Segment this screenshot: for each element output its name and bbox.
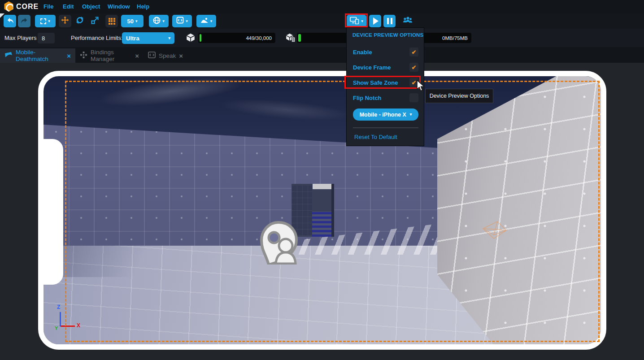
scale-tool-button[interactable] [89,15,100,27]
flip-notch-checkbox[interactable] [409,93,418,102]
axis-z-line [60,312,61,326]
menu-help[interactable]: Help [137,3,149,10]
memory-usage-fill [298,34,301,42]
safe-zone-outline [65,81,600,342]
axis-y-label: Y [55,325,58,331]
close-icon[interactable]: × [179,52,183,60]
tab-label: Bindings Manager [91,49,132,62]
chevron-down-icon: ▾ [168,36,170,40]
reset-to-default-link[interactable]: Reset To Default [354,134,397,140]
marquee-select-icon [40,18,46,24]
chevron-down-icon: ▾ [186,19,188,23]
grid-snap-button[interactable] [105,15,118,27]
script-dropdown[interactable]: ▾ [172,15,192,27]
device-select-value: Mobile - iPhone X [360,112,406,118]
editor-tab-bar: Mobile-Deathmatch × Bindings Manager × S… [0,47,644,63]
close-icon[interactable]: × [67,52,71,60]
device-notch [43,139,63,285]
redo-button[interactable] [18,15,30,27]
title-bar: core File Edit Object Window Help [0,0,644,13]
script-tab-icon [148,52,156,60]
grid-size-dropdown[interactable]: 50 ▾ [121,15,144,27]
core-logo-text: core [16,3,39,11]
performance-limits-value: Ultra [126,35,139,42]
object-count-meter: 449/30,000 [198,33,275,43]
move-icon [61,16,69,26]
object-count-icon [186,33,196,44]
device-preview-button[interactable]: ▾ [347,15,366,27]
device-preview-icon [350,17,359,26]
performance-limits-label: Performance Limits: [71,35,123,41]
play-button[interactable] [369,15,381,27]
tab-bindings-manager[interactable]: Bindings Manager × [75,48,144,63]
multiplayer-preview-icon [402,16,413,26]
tab-speak[interactable]: Speak × [144,48,183,63]
chevron-down-icon: ▾ [410,113,412,117]
menu-edit[interactable]: Edit [63,3,74,10]
undo-button[interactable] [4,15,16,27]
scene-icon [4,52,13,60]
menu-item-device-frame[interactable]: Device Frame [353,64,391,71]
3d-viewport[interactable]: Z X Y [0,63,644,360]
device-frame-checkbox[interactable]: ✔ [409,63,418,72]
object-count-text: 449/30,000 [246,33,272,43]
grid-size-value: 50 [127,18,134,25]
core-logo: core [4,1,39,12]
world-icon [153,17,161,26]
scale-icon [91,17,99,26]
chevron-down-icon: ▾ [210,19,213,23]
chevron-down-icon: ▾ [48,19,50,23]
memory-usage-icon [285,33,296,44]
redo-icon [21,17,28,26]
main-toolbar: ▾ 50 ▾ [0,13,644,29]
menu-file[interactable]: File [44,3,53,10]
menu-separator [353,127,418,128]
tab-label: Mobile-Deathmatch [16,49,64,62]
undo-icon [6,17,14,26]
grid-icon [109,18,115,25]
axis-z-label: Z [57,304,60,310]
tab-mobile-deathmatch[interactable]: Mobile-Deathmatch × [0,48,75,63]
rotate-icon [76,16,84,26]
tooltip: Device Preview Options [425,89,493,103]
menu-object[interactable]: Object [82,3,100,10]
bindings-icon [80,51,87,61]
move-tool-button[interactable] [59,15,71,27]
script-icon [176,17,184,26]
menu-item-enable[interactable]: Enable [353,49,372,56]
performance-limits-dropdown[interactable]: Ultra ▾ [122,32,174,44]
settings-bar: Max Players 8 Performance Limits: Ultra … [0,29,644,47]
max-players-label: Max Players [4,35,37,41]
terrain-icon [200,17,209,26]
close-icon[interactable]: × [135,52,139,60]
tab-label: Speak [159,52,176,59]
multiplayer-preview-button[interactable] [401,15,414,27]
max-players-input[interactable]: 8 [38,33,55,43]
menu-item-show-safe-zone[interactable]: Show Safe Zone [353,79,398,86]
core-logo-icon [4,1,14,12]
select-mode-button[interactable]: ▾ [35,15,56,27]
object-count-fill [200,34,201,42]
chevron-down-icon: ▾ [135,19,138,23]
memory-usage-text: 0MB/75MB [442,33,468,43]
play-icon [373,17,379,25]
device-select-dropdown[interactable]: Mobile - iPhone X ▾ [353,108,418,121]
pause-button[interactable] [383,15,396,27]
chevron-down-icon: ▾ [361,19,363,23]
rotate-tool-button[interactable] [74,15,86,27]
device-preview-options-menu: DEVICE PREVIEW OPTIONS Enable ✔ Device F… [346,27,424,146]
terrain-dropdown[interactable]: ▾ [196,15,216,27]
menu-title: DEVICE PREVIEW OPTIONS [352,32,423,38]
menu-window[interactable]: Window [108,3,130,10]
menu-item-flip-notch[interactable]: Flip Notch [353,95,382,101]
enable-checkbox[interactable]: ✔ [409,48,418,56]
mouse-cursor [416,80,426,94]
pause-icon [387,18,392,24]
chevron-down-icon: ▾ [162,19,165,23]
world-dropdown[interactable]: ▾ [149,15,169,27]
